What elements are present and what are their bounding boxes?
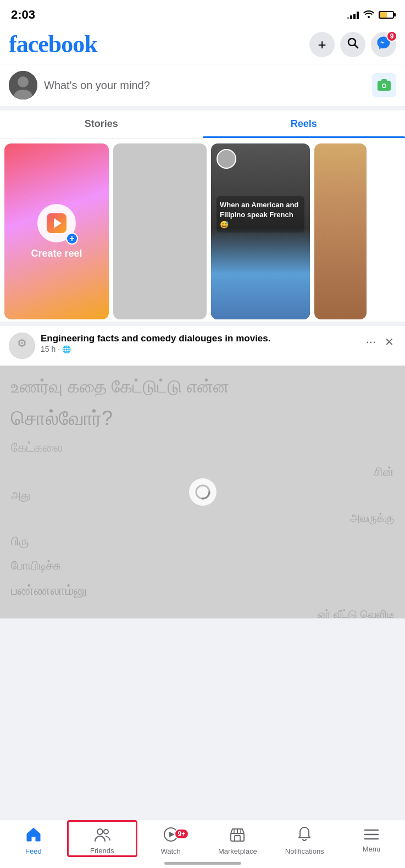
svg-point-3 (18, 76, 29, 87)
reel-plus-icon: + (66, 233, 78, 245)
svg-text:⚙: ⚙ (17, 337, 27, 349)
messenger-button[interactable]: 9 (371, 32, 396, 57)
user-avatar (9, 71, 37, 99)
bottom-tab-bar: Feed Friends 9+ Watch (0, 820, 405, 868)
signal-icon (347, 10, 359, 19)
feed-tab-label: Feed (25, 847, 42, 855)
post-time: 15 h (41, 345, 56, 353)
create-reel-label: Create reel (31, 248, 82, 259)
svg-rect-7 (381, 79, 387, 82)
watch-tab-label: Watch (160, 847, 180, 855)
friends-tab-label: Friends (90, 847, 114, 855)
reel-caption: When an American and Filipino speak Fren… (217, 196, 304, 233)
status-time: 2:03 (11, 8, 35, 22)
reel-tattoo-card[interactable] (314, 143, 367, 319)
tab-marketplace[interactable]: Marketplace (204, 820, 271, 857)
messenger-badge: 9 (386, 31, 397, 42)
post-image-content: உணர்வு கதை கேட்டுட்டு என்ன சொல்வோர்? கேட… (0, 366, 405, 618)
svg-rect-17 (231, 833, 244, 841)
search-icon (346, 36, 359, 53)
notifications-icon (297, 826, 312, 845)
post-close-button[interactable]: ✕ (382, 333, 396, 351)
svg-point-8 (383, 85, 386, 87)
post-avatar: ⚙ (9, 333, 35, 359)
reel-video-card[interactable]: When an American and Filipino speak Fren… (211, 143, 310, 319)
tab-notifications[interactable]: Notifications (271, 820, 338, 857)
post-actions-right: ··· ✕ (364, 333, 396, 351)
app-header: facebook + 9 (0, 27, 405, 64)
watch-badge: 9+ (174, 828, 190, 839)
notifications-tab-label: Notifications (285, 847, 324, 855)
svg-point-13 (97, 829, 103, 834)
header-actions: + 9 (309, 32, 396, 57)
reel-face-area (211, 228, 310, 319)
globe-icon: 🌐 (62, 345, 71, 353)
status-icons (347, 9, 394, 20)
tab-friends[interactable]: Friends (67, 820, 137, 857)
svg-line-1 (355, 45, 358, 48)
content-tabs: Stories Reels (0, 110, 405, 139)
search-button[interactable] (340, 32, 365, 57)
add-icon: + (318, 36, 326, 53)
loading-spinner (189, 478, 217, 506)
menu-tab-label: Menu (363, 845, 381, 853)
marketplace-tab-label: Marketplace (218, 847, 257, 855)
post-meta: Engineering facts and comedy dialouges i… (41, 333, 358, 353)
reel-avatar (217, 149, 236, 169)
home-icon (25, 826, 42, 845)
reel-placeholder[interactable] (113, 143, 207, 319)
post-image: உணர்வு கதை கேட்டுட்டு என்ன சொல்வோர்? கேட… (0, 366, 405, 618)
dot-separator: · (58, 345, 60, 353)
reel-play-icon: + (37, 204, 76, 242)
svg-rect-18 (235, 836, 240, 841)
tab-watch[interactable]: 9+ Watch (137, 820, 204, 857)
tab-stories[interactable]: Stories (0, 110, 203, 137)
watch-icon: 9+ (163, 826, 179, 845)
svg-point-14 (104, 830, 108, 834)
home-indicator (164, 862, 241, 865)
post-author: Engineering facts and comedy dialouges i… (41, 333, 358, 345)
friends-icon (94, 827, 110, 844)
tab-menu[interactable]: Menu (338, 820, 405, 857)
post-composer[interactable]: What's on your mind? (0, 64, 405, 110)
facebook-logo: facebook (9, 32, 97, 57)
post-timestamp-row: 15 h · 🌐 (41, 345, 358, 353)
battery-icon (379, 11, 394, 19)
tab-feed[interactable]: Feed (0, 820, 67, 857)
post-header: ⚙ Engineering facts and comedy dialouges… (0, 326, 405, 366)
add-button[interactable]: + (309, 32, 335, 57)
status-bar: 2:03 (0, 0, 405, 27)
composer-placeholder[interactable]: What's on your mind? (44, 79, 365, 92)
post-more-button[interactable]: ··· (364, 333, 378, 351)
marketplace-icon (229, 826, 246, 845)
post-card: ⚙ Engineering facts and comedy dialouges… (0, 326, 405, 618)
tab-reels[interactable]: Reels (203, 110, 406, 137)
reels-grid: + Create reel When an American and Filip… (0, 139, 405, 326)
photo-video-button[interactable] (372, 73, 396, 97)
menu-icon (364, 828, 379, 843)
create-reel-card[interactable]: + Create reel (4, 143, 109, 319)
wifi-icon (363, 9, 374, 20)
